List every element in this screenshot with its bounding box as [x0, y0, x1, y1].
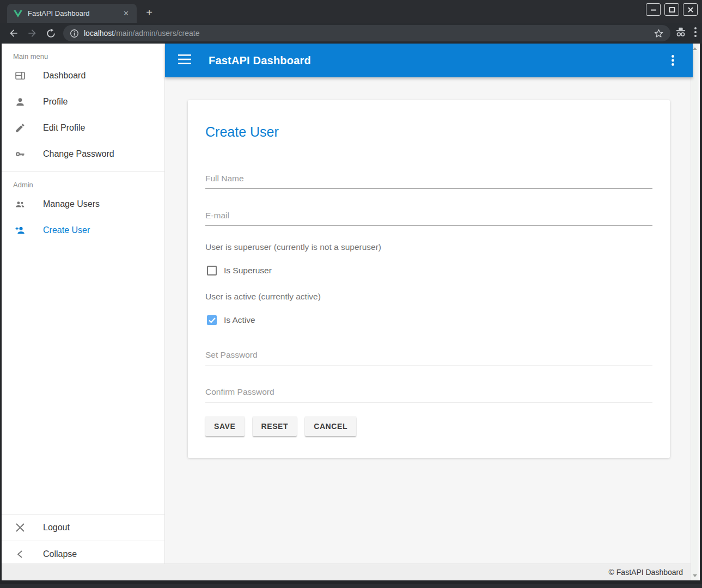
superuser-checkbox-row[interactable]: Is Superuser [205, 266, 652, 275]
tab-title: FastAPI Dashboard [28, 9, 121, 17]
input-underline [205, 402, 652, 402]
person-icon [15, 96, 26, 107]
sidebar-item-change-password[interactable]: Change Password [2, 141, 164, 167]
browser-window: FastAPI Dashboard ✕ + [0, 0, 702, 588]
reset-button[interactable]: RESET [253, 416, 297, 436]
minimize-button[interactable] [646, 3, 661, 16]
bookmark-star-icon[interactable] [648, 28, 664, 39]
email-input[interactable]: E-mail [205, 211, 652, 226]
pencil-icon [15, 122, 26, 133]
sidebar: Main menu Dashboard [2, 44, 165, 567]
create-user-card: Create User Full Name E-mail User is sup… [188, 100, 670, 458]
new-tab-button[interactable]: + [143, 7, 156, 20]
close-window-button[interactable] [683, 3, 698, 16]
sidebar-item-label: Create User [43, 225, 90, 235]
sidebar-item-profile[interactable]: Profile [2, 89, 164, 115]
sidebar-item-label: Logout [43, 523, 70, 532]
dashboard-icon [15, 70, 26, 81]
sidebar-item-label: Manage Users [43, 199, 100, 209]
scroll-down-icon[interactable] [691, 572, 698, 579]
sidebar-item-dashboard[interactable]: Dashboard [2, 63, 164, 89]
back-button[interactable] [4, 25, 23, 41]
superuser-hint: User is superuser (currently is not a su… [205, 242, 652, 252]
sidebar-item-label: Change Password [43, 149, 114, 159]
browser-toolbar: localhost/main/admin/users/create [0, 23, 702, 44]
browser-tab[interactable]: FastAPI Dashboard ✕ [7, 4, 137, 23]
incognito-icon [675, 27, 687, 40]
app-bar: FastAPI Dashboard [165, 44, 693, 77]
address-bar[interactable]: localhost/main/admin/users/create [63, 25, 670, 41]
active-checkbox-row[interactable]: Is Active [205, 315, 652, 325]
sidebar-item-label: Profile [43, 97, 68, 107]
active-hint: User is active (currently active) [205, 292, 652, 302]
content-area: Create User Full Name E-mail User is sup… [165, 100, 693, 458]
cancel-button[interactable]: CANCEL [305, 416, 356, 436]
hamburger-menu-icon[interactable] [178, 54, 192, 66]
window-bottom-border [2, 580, 702, 584]
full-name-placeholder: Full Name [205, 174, 652, 183]
set-password-input[interactable]: Set Password [205, 350, 652, 365]
input-underline [205, 365, 652, 365]
page-footer: © FastAPI Dashboard [2, 564, 693, 580]
input-underline [205, 225, 652, 226]
confirm-password-placeholder: Confirm Password [205, 387, 652, 397]
card-title: Create User [205, 124, 652, 140]
sidebar-section-admin: Admin [2, 172, 164, 191]
full-name-input[interactable]: Full Name [205, 174, 652, 189]
email-placeholder: E-mail [205, 211, 652, 220]
sidebar-item-create-user[interactable]: Create User [2, 217, 164, 243]
sidebar-item-label: Edit Profile [43, 123, 85, 133]
page-viewport: Main menu Dashboard [0, 44, 702, 584]
forward-button[interactable] [23, 25, 41, 41]
active-checkbox-label: Is Active [224, 315, 255, 325]
key-icon [15, 149, 26, 160]
input-underline [205, 188, 652, 189]
confirm-password-input[interactable]: Confirm Password [205, 387, 652, 402]
sidebar-item-label: Dashboard [43, 71, 86, 81]
sidebar-item-edit-profile[interactable]: Edit Profile [2, 115, 164, 141]
sidebar-item-manage-users[interactable]: Manage Users [2, 191, 164, 217]
window-controls [646, 3, 698, 16]
close-x-icon [15, 522, 26, 533]
sidebar-item-label: Collapse [43, 549, 77, 559]
browser-menu-icon[interactable] [694, 27, 697, 39]
browser-tab-strip: FastAPI Dashboard ✕ + [0, 0, 702, 23]
url-text[interactable]: localhost/main/admin/users/create [84, 29, 648, 38]
url-host: localhost [84, 29, 114, 38]
vue-logo-icon [14, 9, 22, 18]
copyright-text: © FastAPI Dashboard [609, 568, 683, 577]
main-area: FastAPI Dashboard Create User Full Name [165, 44, 693, 567]
save-button[interactable]: SAVE [205, 416, 245, 436]
person-add-icon [15, 225, 26, 236]
superuser-checkbox-label: Is Superuser [224, 266, 272, 275]
sidebar-section-main-menu: Main menu [2, 44, 164, 63]
reload-button[interactable] [41, 25, 60, 41]
tab-close-icon[interactable]: ✕ [121, 8, 131, 19]
set-password-placeholder: Set Password [205, 350, 652, 360]
url-path: /main/admin/users/create [114, 29, 199, 38]
app-title: FastAPI Dashboard [209, 54, 311, 67]
superuser-checkbox[interactable] [207, 266, 217, 275]
form-buttons: SAVE RESET CANCEL [205, 416, 652, 436]
people-icon [15, 199, 26, 210]
sidebar-item-logout[interactable]: Logout [2, 514, 164, 541]
app-menu-kebab-icon[interactable] [668, 55, 677, 66]
chevron-left-icon [15, 549, 26, 560]
active-checkbox[interactable] [207, 315, 217, 325]
maximize-button[interactable] [664, 3, 679, 16]
site-info-icon[interactable] [70, 29, 84, 38]
